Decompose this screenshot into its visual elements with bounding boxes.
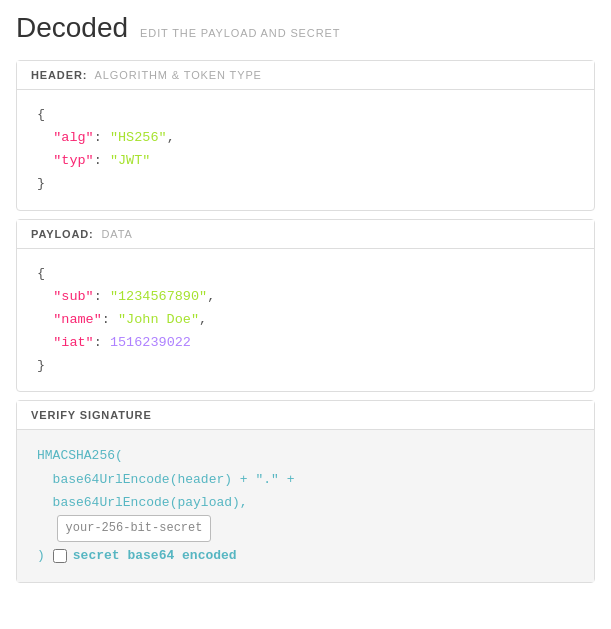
payload-key-name: "name" — [53, 312, 102, 327]
payload-json-sub: "sub": "1234567890", — [37, 286, 574, 309]
header-brace-close: } — [37, 176, 45, 191]
header-key-alg: "alg" — [53, 130, 94, 145]
payload-key-sub: "sub" — [53, 289, 94, 304]
header-json-alg: "alg": "HS256", — [37, 127, 574, 150]
sig-secret-line: your-256-bit-secret — [37, 515, 574, 543]
payload-brace-open: { — [37, 266, 45, 281]
payload-section-body: { "sub": "1234567890", "name": "John Doe… — [17, 249, 594, 392]
payload-json-name: "name": "John Doe", — [37, 309, 574, 332]
payload-label-sub: DATA — [102, 228, 133, 240]
header-label-key: HEADER: — [31, 69, 87, 81]
header-colon2: : — [94, 153, 110, 168]
header-section-body: { "alg": "HS256", "typ": "JWT" } — [17, 90, 594, 210]
sig-bottom-line: ) secret base64 encoded — [37, 544, 574, 567]
payload-json-iat: "iat": 1516239022 — [37, 332, 574, 355]
payload-key-iat: "iat" — [53, 335, 94, 350]
payload-val-iat: 1516239022 — [110, 335, 191, 350]
payload-label-key: PAYLOAD: — [31, 228, 94, 240]
header-json-line1: { — [37, 104, 574, 127]
payload-brace-close: } — [37, 358, 45, 373]
payload-val-sub: "1234567890" — [110, 289, 207, 304]
header-brace-open: { — [37, 107, 45, 122]
sig-closing-paren: ) — [37, 544, 45, 567]
sig-line2: base64UrlEncode(payload), — [37, 491, 574, 514]
sig-checkbox-text: secret base64 encoded — [73, 544, 237, 567]
verify-label-key: VERIFY SIGNATURE — [31, 409, 152, 421]
header-colon1: : — [94, 130, 110, 145]
verify-section: VERIFY SIGNATURE HMACSHA256( base64UrlEn… — [16, 400, 595, 582]
sig-secret-input[interactable]: your-256-bit-secret — [57, 515, 212, 543]
sig-checkbox-label[interactable]: secret base64 encoded — [53, 544, 237, 567]
payload-json-line1: { — [37, 263, 574, 286]
header-val-alg: "HS256" — [110, 130, 167, 145]
payload-section: PAYLOAD: DATA { "sub": "1234567890", "na… — [16, 219, 595, 393]
header-section: HEADER: ALGORITHM & TOKEN TYPE { "alg": … — [16, 60, 595, 211]
sig-func-line: HMACSHA256( — [37, 444, 574, 467]
header-section-label: HEADER: ALGORITHM & TOKEN TYPE — [17, 61, 594, 90]
header-json-close: } — [37, 173, 574, 196]
verify-section-body: HMACSHA256( base64UrlEncode(header) + ".… — [17, 430, 594, 581]
header-key-typ: "typ" — [53, 153, 94, 168]
payload-json-close: } — [37, 355, 574, 378]
header-json-typ: "typ": "JWT" — [37, 150, 574, 173]
verify-section-label: VERIFY SIGNATURE — [17, 401, 594, 430]
header-label-sub: ALGORITHM & TOKEN TYPE — [95, 69, 262, 81]
sig-text-line1: base64UrlEncode(header) + "." + — [53, 472, 295, 487]
sig-func-name: HMACSHA256( — [37, 448, 123, 463]
page-title: Decoded — [16, 12, 128, 44]
payload-val-name: "John Doe" — [118, 312, 199, 327]
sig-line1: base64UrlEncode(header) + "." + — [37, 468, 574, 491]
secret-base64-checkbox[interactable] — [53, 549, 67, 563]
page-subtitle: EDIT THE PAYLOAD AND SECRET — [140, 27, 340, 39]
header-val-typ: "JWT" — [110, 153, 151, 168]
sig-text-line2: base64UrlEncode(payload), — [53, 495, 248, 510]
page-header: Decoded EDIT THE PAYLOAD AND SECRET — [16, 12, 595, 44]
payload-section-label: PAYLOAD: DATA — [17, 220, 594, 249]
